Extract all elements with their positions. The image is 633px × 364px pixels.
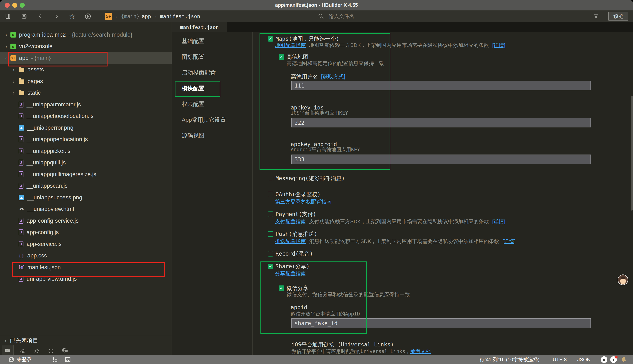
nav-module-config[interactable]: 模块配置 <box>172 80 252 96</box>
search-panel-icon[interactable] <box>17 346 28 355</box>
minimize-window-button[interactable] <box>12 3 17 8</box>
breadcrumb-branch[interactable]: {main} <box>121 13 140 20</box>
messaging-checkbox[interactable] <box>268 176 273 181</box>
payment-guide-link[interactable]: 支付配置指南 <box>275 218 306 225</box>
cursor-position[interactable]: 行:41 列:16 (10字符被选择) <box>480 356 540 363</box>
maps-checkbox[interactable] <box>268 36 273 42</box>
share-checkbox[interactable] <box>268 264 273 269</box>
terminal-icon[interactable] <box>64 356 71 363</box>
preview-button[interactable]: 预览 <box>608 12 628 21</box>
share-guide-link[interactable]: 分享配置指南 <box>275 270 306 277</box>
oauth-guide-link[interactable]: 第三方登录鉴权配置指南 <box>275 198 332 205</box>
tree-row-file[interactable]: __uniappscan.js <box>0 180 172 192</box>
task-list-icon[interactable] <box>52 356 58 363</box>
tree-row-file[interactable]: __uniappsuccess.png <box>0 192 172 204</box>
wechat-share-checkbox[interactable] <box>279 286 284 291</box>
tree-row-file[interactable]: __uniapperror.png <box>0 122 172 134</box>
appkey-android-input[interactable] <box>292 154 591 164</box>
login-status[interactable]: 未登录 <box>8 356 32 363</box>
appkey-ios-desc: iOS平台高德地图应用KEY <box>291 110 348 116</box>
encoding-indicator[interactable]: UTF-8 <box>552 357 567 362</box>
update-badge <box>615 356 618 358</box>
tree-label: __uniappquillimageresize.js <box>26 171 96 178</box>
tree-row-file[interactable]: __uniappopenlocation.js <box>0 134 172 146</box>
save-icon[interactable] <box>18 12 30 21</box>
js-file-icon <box>19 276 24 282</box>
nav-permission-config[interactable]: 权限配置 <box>172 96 252 112</box>
expand-arrow-icon[interactable] <box>10 78 16 84</box>
push-guide-link[interactable]: 推送配置指南 <box>275 238 306 245</box>
maps-guide-link[interactable]: 地图配置指南 <box>275 42 306 49</box>
close-window-button[interactable] <box>5 3 10 8</box>
notification-bell-icon[interactable] <box>620 356 627 363</box>
payment-guide-row: 支付配置指南 支付功能依赖三方SDK，上架到国内应用市场需要在隐私协议中添加相应… <box>275 218 505 225</box>
tree-row-file[interactable]: __uniappview.html <box>0 204 172 215</box>
push-checkbox[interactable] <box>268 231 273 237</box>
forward-icon[interactable] <box>50 12 62 21</box>
cloud-panel-icon[interactable] <box>59 346 70 355</box>
nav-app-other-settings[interactable]: App常用其它设置 <box>172 112 252 128</box>
tree-row-file[interactable]: __uniappautomator.js <box>0 99 172 110</box>
nav-basic-config[interactable]: 基础配置 <box>172 33 252 49</box>
oauth-checkbox[interactable] <box>268 192 273 197</box>
editor-scrollbar[interactable] <box>631 96 633 210</box>
tree-row-file[interactable]: __uniappquillimageresize.js <box>0 168 172 180</box>
zoom-window-button[interactable] <box>20 3 25 8</box>
tab-manifest-json[interactable]: manifest.json <box>172 22 227 32</box>
tree-row-file[interactable]: app-config-service.js <box>0 215 172 227</box>
nav-splash-config[interactable]: 启动界面配置 <box>172 65 252 80</box>
nav-icon-config[interactable]: 图标配置 <box>172 49 252 65</box>
update-download-icon[interactable]: ↓ <box>610 356 617 363</box>
back-icon[interactable] <box>34 12 46 21</box>
universal-links-doc-link[interactable]: 参考文档 <box>410 348 431 355</box>
folder-icon <box>19 91 24 96</box>
gaode-map-checkbox[interactable] <box>279 54 284 60</box>
expand-arrow-icon[interactable] <box>10 66 16 73</box>
bookmark-star-icon[interactable]: ☆ <box>66 12 78 21</box>
search-input[interactable] <box>328 13 530 20</box>
js-file-icon <box>19 172 24 177</box>
new-project-icon[interactable] <box>2 12 14 21</box>
sync-panel-icon[interactable] <box>45 346 56 355</box>
tree-row-file[interactable]: __uniappquill.js <box>0 157 172 169</box>
tree-row-project[interactable]: vu2-vconsole <box>0 41 172 52</box>
run-icon[interactable] <box>82 12 94 21</box>
record-checkbox[interactable] <box>268 251 273 256</box>
tree-row-folder[interactable]: assets <box>0 64 172 76</box>
tree-row-file[interactable]: app-service.js <box>0 238 172 250</box>
expand-arrow-icon[interactable] <box>3 31 9 38</box>
nav-source-view[interactable]: 源码视图 <box>172 128 252 144</box>
tree-row-folder[interactable]: static <box>0 87 172 99</box>
language-mode[interactable]: JSON <box>577 357 590 362</box>
tree-row-file[interactable]: __uniapppicker.js <box>0 145 172 157</box>
collapse-arrow-icon[interactable] <box>3 54 9 61</box>
gaode-username-howto-link[interactable]: [获取方式] <box>321 73 345 80</box>
push-detail-link[interactable]: [详情] <box>502 238 516 245</box>
tree-row-file-manifest[interactable]: manifest.json <box>0 262 172 273</box>
debug-panel-icon[interactable] <box>31 346 42 355</box>
tree-row-project-app[interactable]: app - {main} <box>0 52 172 64</box>
tree-row-file[interactable]: app.css <box>0 250 172 262</box>
files-panel-icon[interactable] <box>2 345 14 355</box>
payment-checkbox[interactable] <box>268 212 273 217</box>
appid-input[interactable] <box>292 318 591 328</box>
tree-row-project[interactable]: program-idea-mp2 - {feature/search-modul… <box>0 29 172 41</box>
expand-arrow-icon[interactable] <box>10 90 16 96</box>
payment-detail-link[interactable]: [详情] <box>492 218 506 225</box>
tree-row-file[interactable]: __uniappchooselocation.js <box>0 110 172 122</box>
breadcrumb-file[interactable]: manifest.json <box>160 13 200 20</box>
filter-funnel-icon[interactable] <box>590 12 602 21</box>
tree-row-file[interactable]: uni-app-view.umd.js <box>0 273 172 285</box>
expand-arrow-icon[interactable] <box>3 43 9 50</box>
closed-projects-row[interactable]: 已关闭项目 <box>0 336 172 345</box>
expand-arrow-icon[interactable] <box>2 337 8 344</box>
tree-row-file[interactable]: app-config.js <box>0 227 172 238</box>
maps-detail-link[interactable]: [详情] <box>492 42 506 49</box>
appkey-ios-input[interactable] <box>292 118 591 128</box>
tree-row-folder[interactable]: pages <box>0 76 172 87</box>
uni-feedback-icon[interactable]: u <box>601 356 607 363</box>
universal-links-label: iOS平台通用链接 (Universal Links) <box>292 341 394 348</box>
gaode-username-input[interactable] <box>292 81 591 90</box>
assistant-avatar[interactable] <box>618 274 628 285</box>
breadcrumb-project[interactable]: app <box>142 13 151 20</box>
